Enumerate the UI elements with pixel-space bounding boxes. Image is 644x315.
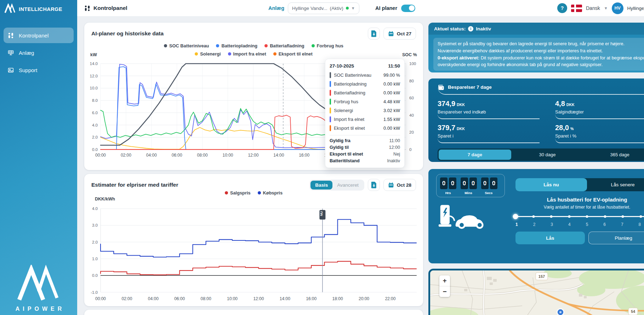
- toggle-knob: [409, 5, 415, 11]
- svg-text:0.0: 0.0: [92, 147, 98, 152]
- plant-dropdown[interactable]: Hyllinge Vandv... (Aktiv) ▼: [288, 2, 359, 14]
- timer-digit: 0: [449, 177, 456, 189]
- language-selector[interactable]: Dansk: [586, 5, 600, 11]
- legend-dot: [228, 52, 231, 56]
- tooltip-row: Import fra elnet1.55 kW: [330, 115, 400, 124]
- svg-text:100: 100: [409, 62, 416, 66]
- sidebar-item-kontrolpanel[interactable]: Kontrolpanel: [4, 28, 74, 43]
- map-marker[interactable]: [557, 309, 564, 315]
- ai-plan-toggle[interactable]: [401, 5, 415, 12]
- tooltip-time: 11:50: [388, 63, 400, 69]
- brand: INTELLICHARGE: [0, 0, 77, 18]
- chart2-date: Oct 28: [397, 182, 411, 188]
- zoom-out-button[interactable]: −: [439, 286, 450, 297]
- period-tab-7-dage[interactable]: 7 dage: [439, 150, 511, 160]
- slider-dot[interactable]: [622, 215, 624, 218]
- plan-button[interactable]: Planlæg: [588, 232, 644, 244]
- timer-unit-label: Secs: [481, 191, 497, 195]
- sidebar-item-anlaeg[interactable]: Anlæg: [4, 45, 74, 60]
- svg-text:NU: NU: [319, 211, 323, 216]
- map[interactable]: 157 54: [430, 270, 644, 315]
- tooltip-row: Eksport til elnet0.00 kW: [330, 124, 400, 133]
- chart2-download-button[interactable]: [368, 179, 380, 191]
- sidebar: INTELLICHARGE Kontrolpanel Anlæg Support…: [0, 0, 77, 315]
- wallet-icon: [438, 84, 444, 90]
- savings-grid: 374,9DKKBesparelser ved indkøb4,8DKKSalg…: [438, 100, 644, 143]
- ev-left-column: 000000 HrsMinsSecs: [436, 174, 511, 244]
- legend-item[interactable]: Import fra elnet: [228, 51, 266, 57]
- svg-text:0.0: 0.0: [92, 273, 98, 278]
- svg-text:4.0: 4.0: [92, 206, 98, 211]
- price-mode-switch: Basis Avanceret: [309, 180, 364, 191]
- active-status-dot: [346, 7, 349, 10]
- info-icon[interactable]: i: [468, 26, 473, 31]
- chart-tooltip: 27-10-2025 11:50 SOC Batteriniveau99.00 …: [325, 59, 405, 168]
- status-body: Systemet er på standby og bevarer den la…: [433, 38, 644, 71]
- mode-advanced-button[interactable]: Avanceret: [332, 181, 363, 189]
- zoom-in-button[interactable]: +: [439, 275, 450, 286]
- chart2-title: Estimater for elpriser med tariffer: [91, 182, 178, 188]
- svg-text:2.0: 2.0: [92, 135, 98, 139]
- status-state: Inaktiv: [476, 26, 491, 31]
- lock-later-button[interactable]: Lås senere: [587, 178, 644, 191]
- slider-dot[interactable]: [532, 215, 535, 218]
- ev-charger-icon: [437, 203, 511, 232]
- sidebar-item-support[interactable]: Support: [4, 62, 74, 78]
- series-batteriafladning: [101, 115, 326, 150]
- slider-dot[interactable]: [604, 215, 606, 218]
- svg-text:3.0: 3.0: [92, 223, 98, 227]
- legend-dot: [312, 44, 315, 47]
- svg-text:4.0: 4.0: [92, 123, 98, 127]
- legend-item[interactable]: Batteriopladning: [216, 43, 257, 48]
- slider-dot[interactable]: [550, 215, 553, 218]
- price-chart-card: Estimater for elpriser med tariffer Basi…: [84, 174, 423, 306]
- legend-item[interactable]: Salgspris: [225, 190, 251, 196]
- mode-basis-button[interactable]: Basis: [310, 181, 332, 189]
- tooltip-meta-row: Eksport til elnetNej: [330, 151, 400, 157]
- route-badge-157: 157: [538, 274, 545, 279]
- hours-slider[interactable]: [515, 214, 644, 219]
- user-name: Hyllinge: [627, 6, 644, 11]
- help-button[interactable]: ?: [557, 3, 567, 13]
- slider-dot[interactable]: [568, 215, 570, 218]
- legend-dot: [195, 52, 198, 56]
- ev-lock-subtitle: Vælg antallet af timer for at låse husba…: [515, 205, 644, 210]
- timer-unit-label: Hrs: [440, 191, 456, 195]
- status-line: Nuværende energibehov dækkes af producer…: [438, 48, 603, 53]
- aipower-logo-icon: [15, 265, 62, 302]
- period-tab-365-dage[interactable]: 365 dage: [583, 150, 644, 160]
- slider-dot[interactable]: [639, 215, 642, 218]
- lock-button[interactable]: Lås: [515, 232, 585, 244]
- dashboard-icon: [84, 5, 90, 11]
- legend-item[interactable]: Eksport til elnet: [273, 51, 313, 57]
- svg-text:10:00: 10:00: [227, 296, 238, 301]
- period-tab-30-dage[interactable]: 30 dage: [511, 150, 584, 160]
- chart1-date-button[interactable]: Oct 27: [383, 28, 416, 40]
- chart1-download-button[interactable]: [368, 28, 380, 40]
- svg-text:20: 20: [409, 130, 414, 134]
- savings-header: Besparelser 7 dage: [438, 78, 644, 95]
- svg-text:08:00: 08:00: [201, 296, 211, 301]
- legend-item[interactable]: Købspris: [258, 190, 283, 196]
- status-card: Aktuel status: i Inaktiv Systemet er på …: [428, 23, 644, 72]
- legend-item[interactable]: Batteriafladning: [264, 43, 304, 48]
- status-line: Systemet er på standby og bevarer den la…: [438, 41, 625, 46]
- slider-track: [515, 216, 644, 217]
- chart2-date-button[interactable]: Oct 28: [383, 179, 416, 191]
- slider-knob[interactable]: [513, 214, 518, 219]
- avatar[interactable]: HV: [612, 2, 623, 14]
- legend-item[interactable]: Solenergi: [195, 51, 221, 57]
- lock-now-button[interactable]: Lås nu: [515, 178, 587, 191]
- lock-timing-switch: Lås nu Lås senere: [515, 178, 644, 191]
- chart2-unit: DKK/kWh: [95, 197, 115, 202]
- svg-text:40: 40: [409, 113, 414, 117]
- sidebar-item-label: Support: [19, 67, 38, 73]
- slider-dot[interactable]: [586, 215, 588, 218]
- svg-text:12:00: 12:00: [248, 153, 258, 158]
- slider-tick-label: 2: [533, 222, 536, 227]
- legend-item[interactable]: SOC Batteriniveau: [164, 43, 209, 48]
- legend-item[interactable]: Forbrug hus: [312, 43, 343, 48]
- price-chart[interactable]: 4.03.02.01.00.0-1.000:0002:0004:0006:000…: [84, 202, 423, 305]
- series-salgspris: [101, 261, 417, 275]
- svg-text:12:00: 12:00: [253, 296, 264, 301]
